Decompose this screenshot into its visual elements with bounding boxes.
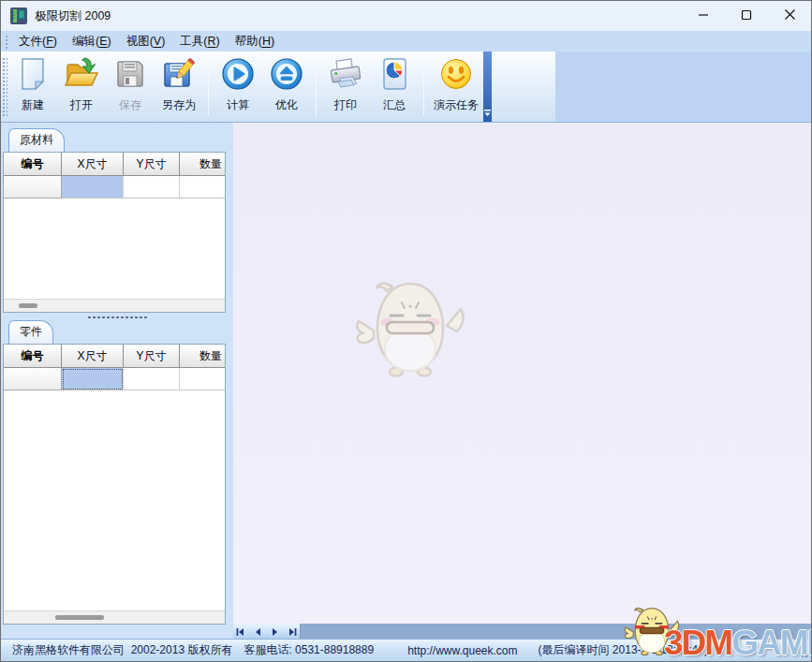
row-header-cell[interactable] — [4, 368, 62, 390]
open-folder-icon — [64, 56, 99, 96]
status-company: 济南黑格软件有限公司 2002-2013 版权所有 — [12, 642, 232, 658]
column-header: Y尺寸 — [124, 153, 180, 175]
menu-file[interactable]: 文件(F) — [11, 32, 65, 51]
nav-last-button[interactable] — [288, 627, 298, 637]
close-icon — [784, 7, 796, 24]
menu-view[interactable]: 视图(V) — [119, 32, 173, 51]
toolbar-empty-area — [555, 51, 811, 122]
calculate-button-label: 计算 — [227, 97, 249, 113]
optimize-button-label: 优化 — [275, 97, 298, 113]
open-button-label: 打开 — [70, 97, 93, 113]
new-document-icon — [15, 56, 51, 96]
nav-prev-button[interactable] — [253, 627, 262, 637]
column-header: 数量 — [180, 153, 225, 175]
column-header: 编号 — [4, 345, 62, 367]
toolbar-grip[interactable] — [2, 57, 7, 116]
splitter-grip — [87, 315, 147, 318]
scrollbar-thumb[interactable] — [19, 303, 37, 308]
left-panel: 原材料 编号 X尺寸 Y尺寸 数量 — [1, 123, 233, 640]
save-as-button[interactable]: 另存为 — [155, 51, 203, 122]
selected-cell[interactable] — [62, 176, 124, 199]
nav-next-icon — [271, 627, 280, 637]
nav-prev-icon — [253, 627, 262, 637]
materials-hscrollbar[interactable] — [4, 299, 225, 312]
menu-help[interactable]: 帮助(H) — [228, 32, 282, 51]
demo-task-icon — [438, 56, 474, 96]
status-build-time: (最后编译时间 2013-7-5 13:35:47) — [539, 642, 708, 658]
new-button-label: 新建 — [22, 97, 44, 113]
table-row — [4, 176, 225, 199]
menu-bar: 文件(F) 编辑(E) 视图(V) 工具(R) 帮助(H) — [1, 31, 811, 51]
print-icon — [328, 56, 363, 96]
column-header: 数量 — [180, 345, 225, 367]
table-empty-area — [4, 390, 225, 611]
demo-task-button-label: 演示任务 — [434, 97, 479, 113]
cell[interactable] — [124, 368, 180, 390]
maximize-button[interactable] — [725, 1, 768, 31]
calculate-button[interactable]: 计算 — [214, 51, 262, 122]
new-button[interactable]: 新建 — [8, 51, 57, 122]
save-as-icon — [161, 56, 197, 96]
window-controls — [682, 1, 811, 31]
drawing-canvas[interactable] — [233, 123, 811, 624]
status-bar: 济南黑格软件有限公司 2002-2013 版权所有 客服电话: 0531-889… — [1, 639, 811, 661]
resize-grip[interactable] — [797, 647, 809, 659]
main-area — [233, 123, 811, 640]
menubar-grip[interactable] — [4, 34, 8, 49]
table-empty-area — [4, 199, 225, 299]
open-button[interactable]: 打开 — [57, 51, 106, 122]
app-icon — [10, 7, 27, 24]
materials-table-header: 编号 X尺寸 Y尺寸 数量 — [4, 153, 225, 176]
status-phone: 客服电话: 0531-88918889 — [244, 642, 374, 658]
demo-task-button[interactable]: 演示任务 — [429, 51, 483, 122]
column-header: Y尺寸 — [124, 345, 180, 367]
summary-button-label: 汇总 — [383, 97, 406, 113]
optimize-button[interactable]: 优化 — [262, 51, 311, 122]
summary-icon — [376, 56, 412, 96]
calculate-icon — [220, 56, 256, 96]
toolbar-overflow-button[interactable] — [483, 51, 492, 122]
maximize-icon — [741, 7, 752, 24]
column-header: X尺寸 — [62, 345, 124, 367]
app-window: 极限切割 2009 文件(F) 编辑(E) 视图(V) 工具(R) 帮助(H) — [0, 0, 812, 662]
nav-last-icon — [288, 627, 298, 637]
scrollbar-thumb[interactable] — [55, 615, 104, 620]
title-bar: 极限切割 2009 — [1, 1, 811, 31]
save-as-button-label: 另存为 — [162, 97, 196, 113]
row-header-cell[interactable] — [4, 176, 62, 199]
parts-table-header: 编号 X尺寸 Y尺寸 数量 — [4, 345, 225, 368]
toolbar: 新建 打开 保存 另存为 — [1, 51, 811, 123]
column-header: 编号 — [4, 153, 62, 175]
body: 原材料 编号 X尺寸 Y尺寸 数量 — [1, 123, 811, 640]
nav-first-button[interactable] — [235, 627, 244, 637]
save-button-label: 保存 — [119, 97, 141, 113]
menu-edit[interactable]: 编辑(E) — [65, 32, 119, 51]
toolbar-band: 新建 打开 保存 另存为 — [1, 51, 555, 122]
cell[interactable] — [180, 368, 225, 390]
minimize-button[interactable] — [682, 1, 725, 31]
tab-materials[interactable]: 原材料 — [8, 128, 65, 152]
cell[interactable] — [180, 176, 225, 199]
toolbar-separator — [423, 57, 424, 116]
materials-table: 编号 X尺寸 Y尺寸 数量 — [3, 152, 226, 313]
parts-hscrollbar[interactable] — [4, 611, 225, 624]
nav-next-button[interactable] — [271, 627, 280, 637]
watermark-icon — [349, 272, 471, 389]
summary-button[interactable]: 汇总 — [370, 51, 419, 122]
menu-tools[interactable]: 工具(R) — [172, 32, 227, 51]
selected-cell[interactable] — [62, 368, 124, 390]
print-button[interactable]: 打印 — [321, 51, 370, 122]
table-row — [4, 368, 225, 390]
toolbar-separator — [316, 57, 317, 116]
panel-splitter[interactable] — [1, 313, 233, 320]
tab-parts[interactable]: 零件 — [8, 320, 53, 344]
nav-first-icon — [235, 627, 244, 637]
overflow-chevron-icon — [484, 110, 491, 118]
window-title: 极限切割 2009 — [35, 8, 111, 24]
save-button: 保存 — [106, 51, 155, 122]
cell[interactable] — [124, 176, 180, 199]
optimize-icon — [269, 56, 304, 96]
toolbar-separator — [208, 57, 209, 116]
close-button[interactable] — [768, 1, 811, 31]
print-button-label: 打印 — [334, 97, 357, 113]
